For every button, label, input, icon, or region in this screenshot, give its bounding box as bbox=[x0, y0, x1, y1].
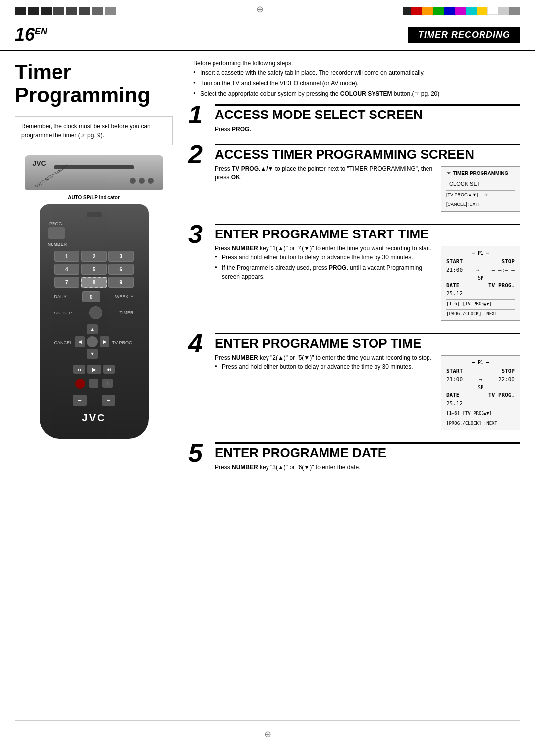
color-block bbox=[54, 7, 64, 15]
pause-btn[interactable]: ⏸ bbox=[102, 379, 113, 388]
num-btn-2[interactable]: 2 bbox=[81, 251, 107, 262]
crosshair-center: ⊕ bbox=[116, 4, 403, 19]
timer-sp-row: SP/LP/EP TIMER bbox=[54, 306, 134, 319]
prog-box-clock-set: CLOCK SET bbox=[446, 179, 515, 189]
color-block bbox=[79, 7, 90, 15]
function-labels-row: DAILY 0 WEEKLY bbox=[54, 291, 134, 302]
section-1-content: ACCESS MODE SELECT SCREEN Press PROG. bbox=[215, 104, 520, 134]
remote-container: JVC AUTO SP/LP indicator AUTO SP/LP indi… bbox=[15, 155, 173, 439]
left-column: Timer Programming Remember, the clock mu… bbox=[15, 51, 183, 720]
navigation-cross: ▲ ◀ ▶ ▼ bbox=[75, 324, 109, 359]
daily-label: DAILY bbox=[54, 294, 67, 299]
color-block-green bbox=[433, 7, 444, 15]
section-3: 3 ENTER PROGRAMME START TIME – P1 – STAR… bbox=[193, 224, 520, 323]
cancel-section: CANCEL bbox=[54, 338, 73, 346]
section-1-body: Press PROG. bbox=[215, 125, 520, 134]
num-btn-4[interactable]: 4 bbox=[54, 264, 80, 275]
vcr-ctrl-btn bbox=[148, 178, 154, 184]
stop-btn[interactable] bbox=[89, 379, 98, 388]
number-label-container: NUMBER bbox=[48, 242, 67, 248]
plus-minus-row: − + bbox=[73, 395, 115, 406]
two-col-layout: Timer Programming Remember, the clock mu… bbox=[0, 51, 535, 720]
num-btn-6[interactable]: 6 bbox=[108, 264, 134, 275]
note-box: Remember, the clock must be set before y… bbox=[15, 116, 173, 145]
color-block bbox=[66, 7, 77, 15]
remote-control: PROG. NUMBER 1 2 3 4 5 6 bbox=[40, 204, 149, 439]
indicator-label: AUTO SP/LP indicator bbox=[68, 195, 120, 200]
num-btn-9[interactable]: 9 bbox=[108, 277, 134, 288]
num-section: NUMBER bbox=[48, 242, 141, 248]
remote-ir-sensor bbox=[87, 212, 102, 217]
prog-btn-container[interactable]: PROG. bbox=[48, 221, 65, 239]
color-block-blue bbox=[444, 7, 455, 15]
number-label: NUMBER bbox=[48, 242, 67, 247]
color-block-gray bbox=[509, 7, 520, 15]
color-block bbox=[28, 7, 39, 15]
ok-nav-row: CANCEL ▲ ◀ ▶ ▼ TV PROG. bbox=[54, 324, 134, 359]
section-5-body: Press NUMBER key "3(▲)" or "6(▼)" to ent… bbox=[215, 463, 520, 472]
screen2-row-3: DATE TV PROG. bbox=[446, 391, 515, 400]
special-btns: 0 bbox=[82, 291, 100, 302]
record-btn[interactable] bbox=[75, 379, 85, 389]
sp-lp-ep-label: SP/LP/EP bbox=[54, 311, 72, 315]
nav-ok-btn[interactable] bbox=[87, 336, 98, 347]
section-3-title: ENTER PROGRAMME START TIME bbox=[215, 227, 520, 241]
auto-sp-label: AUTO SP/LP indicator bbox=[34, 163, 68, 189]
intro-bullets: Insert a cassette with the safety tab in… bbox=[193, 68, 520, 98]
section-number-5: 5 bbox=[188, 440, 203, 465]
rec-stop-pause-row: ⏸ bbox=[75, 379, 113, 389]
vcr-brand-label: JVC bbox=[33, 159, 46, 167]
weekly-label: WEEKLY bbox=[115, 294, 134, 299]
prog-button[interactable] bbox=[48, 227, 65, 239]
section-5-content: ENTER PROGRAMME DATE Press NUMBER key "3… bbox=[215, 442, 520, 472]
nav-left-btn[interactable]: ◀ bbox=[75, 336, 85, 347]
fast-forward-btn[interactable]: ⏭ bbox=[103, 365, 115, 374]
tv-prog-section: TV PROG. bbox=[112, 338, 133, 346]
number-grid: 1 2 3 4 5 6 7 8 9 bbox=[54, 251, 134, 288]
plus-btn[interactable]: + bbox=[102, 395, 115, 406]
nav-up-btn[interactable]: ▲ bbox=[87, 324, 98, 334]
screen2-row-2: 21:00 → 22:00 bbox=[446, 376, 515, 384]
num-btn-1[interactable]: 1 bbox=[54, 251, 80, 262]
num-btn-7[interactable]: 7 bbox=[54, 277, 80, 288]
screen-date-label: DATE bbox=[446, 282, 460, 290]
jvc-logo-remote: JVC bbox=[82, 412, 106, 424]
intro-bullet-3: Select the appropriate colour system by … bbox=[193, 89, 520, 98]
nav-down-btn[interactable]: ▼ bbox=[87, 349, 98, 359]
prog-box-footer1: [TV PROG▲▼] → ☞ bbox=[446, 190, 515, 199]
num-btn-8[interactable]: 8 bbox=[81, 277, 107, 288]
vcr-device: JVC AUTO SP/LP indicator bbox=[25, 155, 163, 190]
timer-dial-btn[interactable] bbox=[89, 306, 102, 319]
num-btn-5[interactable]: 5 bbox=[81, 264, 107, 275]
section-5-title: ENTER PROGRAMME DATE bbox=[215, 446, 520, 460]
prog-screen-box: ☞ TIMER PROGRAMMING CLOCK SET [TV PROG▲▼… bbox=[441, 166, 520, 212]
color-block-cyan bbox=[466, 7, 477, 15]
section-3-body: – P1 – START STOP 21:00 → – –:– – SP DA bbox=[215, 244, 520, 323]
section-2-body: ☞ TIMER PROGRAMMING CLOCK SET [TV PROG▲▼… bbox=[215, 164, 520, 214]
play-btn[interactable]: ▶ bbox=[87, 365, 101, 374]
color-block bbox=[105, 7, 116, 15]
right-column: Before performing the following steps: I… bbox=[183, 51, 520, 720]
color-block-white bbox=[487, 7, 498, 15]
screen-row-4: 25.12 – – bbox=[446, 290, 515, 298]
section-3-content: ENTER PROGRAMME START TIME – P1 – START … bbox=[215, 224, 520, 323]
screen2-row-4: 25.12 – – bbox=[446, 400, 515, 408]
screen2-arrow: → bbox=[479, 376, 482, 384]
nav-right-btn[interactable]: ▶ bbox=[100, 336, 109, 347]
color-blocks-right bbox=[403, 4, 520, 19]
color-block-purple bbox=[455, 7, 466, 15]
num-btn-0[interactable]: 0 bbox=[82, 291, 100, 302]
minus-btn[interactable]: − bbox=[73, 395, 87, 406]
vcr-ctrl-btn bbox=[130, 178, 136, 184]
num-btn-3[interactable]: 3 bbox=[108, 251, 134, 262]
timer-label: TIMER bbox=[119, 310, 133, 315]
rewind-btn[interactable]: ⏮ bbox=[73, 365, 85, 374]
section-number-2: 2 bbox=[188, 141, 203, 167]
footer-bar: ⊕ bbox=[15, 720, 520, 748]
vcr-ctrl-btn bbox=[139, 178, 145, 184]
screen-tvprog-label: TV PROG. bbox=[488, 282, 515, 290]
screen-footer1: [1–6] [TV PROG▲▼] bbox=[446, 299, 515, 308]
color-block-yellow bbox=[477, 7, 487, 15]
section-4: 4 ENTER PROGRAMME STOP TIME – P1 – START… bbox=[193, 333, 520, 432]
screen-date-val: 25.12 bbox=[446, 290, 463, 298]
